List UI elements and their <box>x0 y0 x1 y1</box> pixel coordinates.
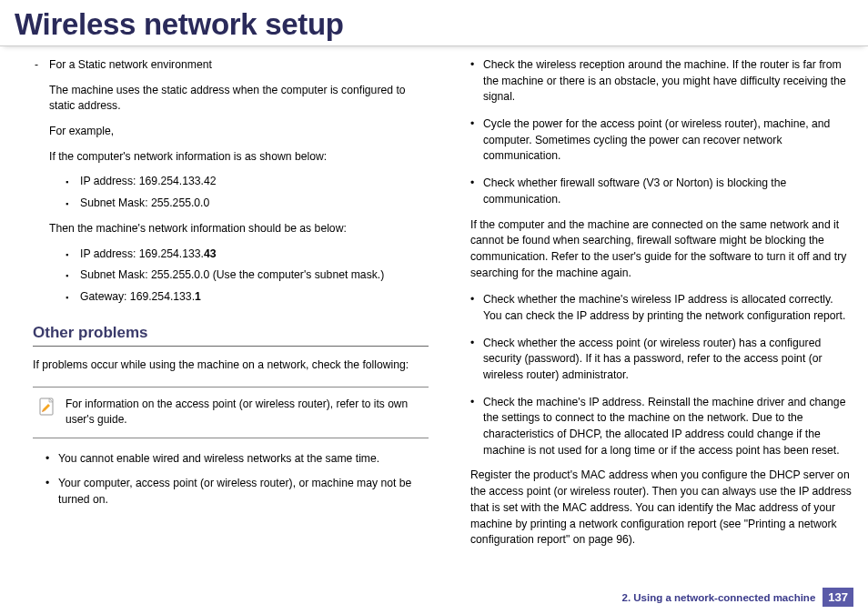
list-item: Your computer, access point (or wireless… <box>45 476 429 508</box>
section-intro: If problems occur while using the machin… <box>33 357 429 374</box>
list-item: IP address: 169.254.133.42 <box>66 174 429 190</box>
bold-text: 43 <box>204 247 217 260</box>
chapter-label: 2. Using a network-connected machine <box>621 592 815 603</box>
machine-network-list: IP address: 169.254.133.43 Subnet Mask: … <box>33 247 429 306</box>
right-bullets-1: Check the wireless reception around the … <box>458 57 853 208</box>
list-item: You cannot enable wired and wireless net… <box>45 451 429 468</box>
text: Gateway: 169.254.133. <box>80 290 195 303</box>
note-text: For information on the access point (or … <box>66 398 408 426</box>
computer-info-heading: If the computer's network information is… <box>33 149 429 166</box>
right-bullets-2: Check whether the machine's wireless IP … <box>458 292 853 458</box>
page-footer: 2. Using a network-connected machine 137 <box>621 588 853 607</box>
left-bullets: You cannot enable wired and wireless net… <box>33 451 429 508</box>
static-desc: The machine uses the static address when… <box>33 83 429 115</box>
page-content: For a Static network environment The mac… <box>0 54 868 559</box>
list-item: Check whether firewall software (V3 or N… <box>470 176 853 207</box>
list-item: Check whether the access point (or wirel… <box>470 336 853 384</box>
list-item: Subnet Mask: 255.255.0.0 <box>66 196 429 212</box>
for-example: For example, <box>33 124 429 140</box>
page-title: Wireless network setup <box>15 7 853 42</box>
bold-text: 1 <box>195 290 201 303</box>
mac-followup: Register the product's MAC address when … <box>458 468 853 548</box>
note-box: For information on the access point (or … <box>33 387 429 438</box>
computer-network-list: IP address: 169.254.133.42 Subnet Mask: … <box>33 174 429 211</box>
right-column: Check the wireless reception around the … <box>458 57 853 559</box>
list-item: Check the wireless reception around the … <box>470 57 853 106</box>
text: IP address: 169.254.133. <box>80 247 204 260</box>
firewall-followup: If the computer and the machine are conn… <box>458 217 853 282</box>
left-column: For a Static network environment The mac… <box>15 57 429 559</box>
machine-info-heading: Then the machine's network information s… <box>33 221 429 237</box>
page-number-badge: 137 <box>823 588 853 607</box>
list-item: Cycle the power for the access point (or… <box>470 116 853 165</box>
section-other-problems: Other problems <box>33 322 429 347</box>
list-item: IP address: 169.254.133.43 <box>66 247 429 263</box>
note-icon <box>38 397 56 417</box>
list-item: Check the machine's IP address. Reinstal… <box>470 395 853 459</box>
static-env-line: For a Static network environment <box>33 57 429 74</box>
list-item: Check whether the machine's wireless IP … <box>470 292 853 324</box>
page-header: Wireless network setup <box>0 0 868 46</box>
list-item: Subnet Mask: 255.255.0.0 (Use the comput… <box>66 267 429 284</box>
text: Subnet Mask: 255.255.0.0 (Use the comput… <box>80 268 384 281</box>
list-item: Gateway: 169.254.133.1 <box>66 289 429 306</box>
